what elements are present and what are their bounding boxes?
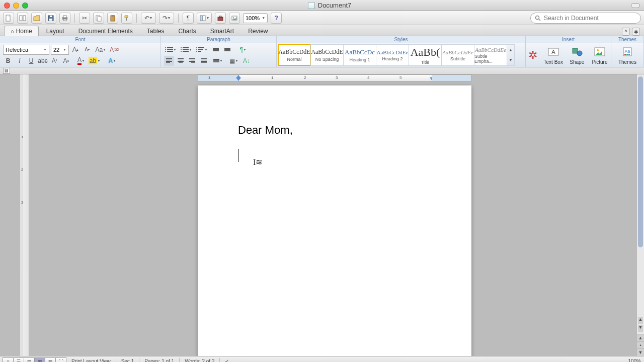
- tab-home[interactable]: ⌂Home: [4, 26, 39, 36]
- new-doc-button[interactable]: [3, 13, 14, 24]
- minimize-window-button[interactable]: [13, 3, 19, 9]
- decrease-indent-button[interactable]: [211, 45, 221, 55]
- style-item-subtitle[interactable]: AaBbCcDdEeSubtitle: [441, 44, 474, 66]
- browse-object-button[interactable]: •: [637, 341, 644, 349]
- status-zoom[interactable]: 100%: [628, 358, 641, 362]
- subscript-button[interactable]: A₂: [61, 56, 71, 66]
- increase-indent-button[interactable]: [222, 45, 232, 55]
- tab-layout[interactable]: Layout: [40, 26, 71, 36]
- justify-button[interactable]: [199, 56, 209, 66]
- tab-smartart[interactable]: SmartArt: [204, 26, 240, 36]
- fullscreen-view-button[interactable]: ⛶: [55, 357, 66, 363]
- grow-font-button[interactable]: A▴: [70, 45, 80, 55]
- collapse-ribbon-button[interactable]: ^: [622, 28, 630, 36]
- gallery-scroll-down[interactable]: ▼: [507, 55, 514, 66]
- shape-button[interactable]: Shape: [567, 45, 588, 65]
- media-browser-button[interactable]: [229, 13, 240, 24]
- search-field[interactable]: [530, 13, 641, 24]
- toolbox-button[interactable]: [215, 13, 226, 24]
- scrollbar-thumb[interactable]: [638, 76, 643, 247]
- help-button[interactable]: ?: [271, 13, 282, 24]
- status-words[interactable]: Words: 2 of 2: [185, 358, 214, 362]
- page-content[interactable]: Dear Mom,: [238, 123, 432, 163]
- print-layout-view-button[interactable]: ▦: [34, 357, 45, 363]
- clear-formatting-button[interactable]: A⌫: [109, 45, 119, 55]
- spellcheck-icon[interactable]: ✔: [225, 358, 229, 362]
- tab-charts[interactable]: Charts: [172, 26, 202, 36]
- change-case-button[interactable]: Aa ▼: [94, 45, 108, 55]
- sort-button[interactable]: A↓: [242, 56, 252, 66]
- text-effects-button[interactable]: A ▼: [104, 56, 118, 66]
- show-formatting-button[interactable]: ¶: [183, 13, 194, 24]
- tab-review[interactable]: Review: [242, 26, 274, 36]
- toolbar-pill-button[interactable]: [631, 3, 640, 8]
- copy-button[interactable]: [93, 13, 104, 24]
- cut-button[interactable]: ✂: [79, 13, 90, 24]
- vertical-scrollbar[interactable]: ▲ ▼ ▲ • ▼: [636, 74, 644, 356]
- print-button[interactable]: [59, 13, 70, 24]
- highlight-button[interactable]: ab ▼: [88, 56, 102, 66]
- align-right-button[interactable]: [187, 56, 197, 66]
- gallery-scroll-up[interactable]: ▲: [507, 45, 514, 55]
- style-item-normal[interactable]: AaBbCcDdENormal: [278, 44, 311, 66]
- tab-tables[interactable]: Tables: [140, 26, 171, 36]
- undo-button[interactable]: ↶ ▼: [141, 13, 156, 24]
- strikethrough-button[interactable]: abc: [38, 56, 48, 66]
- scroll-down-button[interactable]: ▼: [638, 325, 643, 332]
- page[interactable]: Dear Mom, I≋: [198, 85, 471, 356]
- horizontal-ruler[interactable]: 1 1 2 3 4 5 6 7: [198, 74, 471, 81]
- shading-button[interactable]: ▦ ▼: [226, 56, 240, 66]
- italic-button[interactable]: I: [15, 56, 25, 66]
- previous-page-button[interactable]: ▲: [637, 334, 644, 341]
- align-left-button[interactable]: [164, 56, 174, 66]
- status-pages[interactable]: Pages: 1 of 1: [144, 358, 174, 362]
- scroll-up-button[interactable]: ▲: [638, 317, 643, 324]
- style-item-subtle-empha-[interactable]: AaBbCcDdEeSubtle Empha...: [474, 44, 507, 66]
- superscript-button[interactable]: A²: [49, 56, 59, 66]
- bold-button[interactable]: B: [3, 56, 13, 66]
- text-direction-button[interactable]: ¶ ▼: [234, 45, 248, 55]
- redo-button[interactable]: ↷ ▼: [159, 13, 174, 24]
- shrink-font-button[interactable]: A▾: [82, 45, 92, 55]
- font-name-selector[interactable]: Helvetica▼: [3, 45, 49, 55]
- publishing-view-button[interactable]: ▤: [24, 357, 35, 363]
- font-size-selector[interactable]: 22▼: [51, 45, 69, 55]
- bullets-button[interactable]: ▼: [164, 45, 178, 55]
- open-button[interactable]: [31, 13, 42, 24]
- themes-button[interactable]: Aa Themes: [615, 45, 640, 65]
- vertical-ruler[interactable]: 1 2 3: [20, 74, 29, 356]
- left-indent-marker[interactable]: [236, 77, 241, 81]
- picture-button[interactable]: Picture: [589, 45, 611, 65]
- save-button[interactable]: [45, 13, 56, 24]
- tab-document-elements[interactable]: Document Elements: [72, 26, 139, 36]
- format-painter-button[interactable]: [121, 13, 132, 24]
- search-input[interactable]: [544, 15, 636, 22]
- right-indent-marker[interactable]: [430, 77, 435, 81]
- navigation-toggle-button[interactable]: ▤: [3, 68, 10, 74]
- style-item-no-spacing[interactable]: AaBbCcDdENo Spacing: [310, 44, 344, 66]
- open-template-button[interactable]: [17, 13, 28, 24]
- next-page-button[interactable]: ▼: [637, 348, 644, 356]
- paste-button[interactable]: [107, 13, 118, 24]
- document-canvas[interactable]: 1 1 2 3 4 5 6 7 Dear Mom, I≋: [29, 74, 636, 356]
- quick-styles-button[interactable]: ✲: [526, 49, 540, 62]
- multilevel-list-button[interactable]: ▼: [195, 45, 209, 55]
- font-color-button[interactable]: A ▼: [72, 56, 87, 66]
- textbox-button[interactable]: A Text Box: [541, 45, 566, 65]
- line-spacing-button[interactable]: ▼: [210, 56, 224, 66]
- style-item-heading-1[interactable]: AaBbCcDcHeading 1: [343, 44, 376, 66]
- zoom-selector[interactable]: 100% ▼: [243, 13, 268, 23]
- numbering-button[interactable]: ▼: [180, 45, 194, 55]
- ribbon-settings-button[interactable]: ✲: [632, 28, 640, 36]
- underline-button[interactable]: U: [26, 56, 36, 66]
- outline-view-button[interactable]: ☰: [13, 357, 24, 363]
- draft-view-button[interactable]: ≡: [3, 357, 14, 363]
- sidebar-button[interactable]: ▼: [197, 13, 212, 24]
- close-window-button[interactable]: [4, 3, 10, 9]
- style-item-heading-2[interactable]: AaBbCcDdEeHeading 2: [376, 44, 409, 66]
- zoom-window-button[interactable]: [22, 3, 28, 9]
- notebook-view-button[interactable]: ▥: [45, 357, 56, 363]
- align-center-button[interactable]: [176, 56, 186, 66]
- style-item-title[interactable]: AaBb(Title: [409, 44, 442, 66]
- status-section[interactable]: Sec 1: [121, 358, 134, 362]
